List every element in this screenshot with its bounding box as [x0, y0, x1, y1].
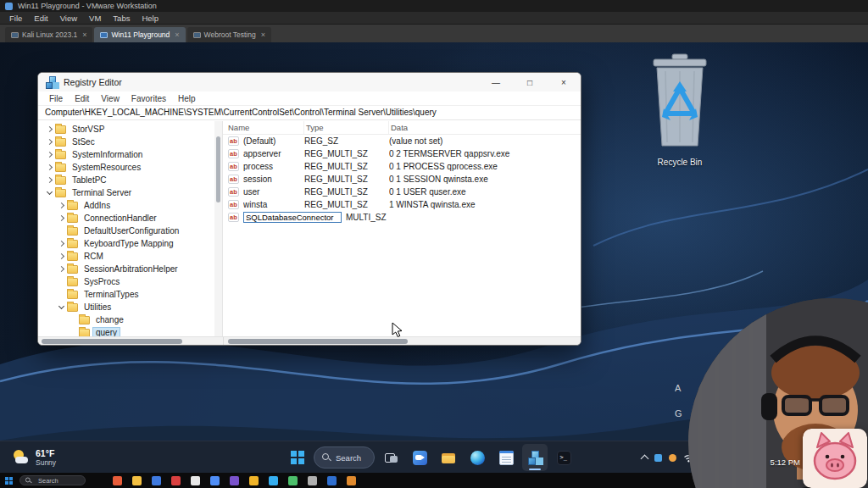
host-app-icon-12[interactable] [327, 476, 337, 485]
registry-value-row[interactable]: ab(Default)REG_SZ(value not set) [223, 135, 581, 147]
close-tab-icon[interactable]: × [175, 30, 179, 39]
list-hscroll-thumb[interactable] [228, 339, 408, 344]
scrollbar-thumb[interactable] [216, 136, 220, 202]
tree-item-sysprocs[interactable]: SysProcs [38, 275, 222, 288]
host-app-icon-8[interactable] [249, 476, 259, 485]
rename-value-input[interactable] [243, 212, 342, 223]
taskbar-notepad-button[interactable] [493, 444, 519, 471]
tray-app-icon-1[interactable] [654, 454, 662, 462]
tray-app-icon-2[interactable] [669, 454, 676, 462]
tree-item-change[interactable]: change [38, 313, 222, 326]
registry-value-row[interactable]: abuserREG_MULTI_SZ0 1 USER quser.exe [223, 186, 581, 198]
tree-item-systeminformation[interactable]: SystemInformation [38, 148, 222, 161]
scrollbar-divider [223, 337, 224, 346]
close-tab-icon[interactable]: × [261, 30, 265, 39]
horizontal-scrollbar[interactable] [38, 336, 581, 345]
recycle-bin-shortcut[interactable]: Recycle Bin [637, 51, 722, 167]
tree-item-sessionarbitrationhelper[interactable]: SessionArbitrationHelper [38, 263, 222, 275]
weather-widget[interactable]: 61°F Sunny [8, 445, 59, 470]
taskbar-task-view-button[interactable] [378, 444, 403, 471]
host-app-icon-9[interactable] [269, 476, 278, 485]
registry-value-row-editing[interactable]: abMULTI_SZ [223, 211, 581, 224]
close-button[interactable]: × [547, 73, 581, 92]
vm-tab-win11-playground[interactable]: Win11 Playground× [94, 27, 185, 42]
tree-item-keyboardtype-mapping[interactable]: KeyboardType Mapping [38, 237, 222, 250]
column-header-type[interactable]: Type [304, 121, 389, 134]
tree-item-tabletpc[interactable]: TabletPC [38, 174, 222, 186]
tree-item-defaultuserconfiguration[interactable]: DefaultUserConfiguration [38, 225, 222, 237]
registry-value-row[interactable]: abappserverREG_MULTI_SZ0 2 TERMSERVER qa… [223, 147, 581, 160]
host-app-icon-2[interactable] [132, 476, 142, 485]
host-app-icon-11[interactable] [308, 476, 317, 485]
tree-hscroll-thumb[interactable] [42, 339, 182, 344]
column-header-name[interactable]: Name [228, 121, 304, 134]
host-start-icon[interactable] [5, 477, 13, 485]
chevron-right-icon[interactable] [45, 127, 53, 131]
vmware-menu-file[interactable]: File [3, 12, 28, 25]
host-app-icon-5[interactable] [191, 476, 200, 485]
host-app-icon-13[interactable] [347, 476, 356, 485]
vm-tab-kali-linux-2023-1[interactable]: Kali Linux 2023.1× [5, 27, 92, 42]
host-app-icon-6[interactable] [210, 476, 220, 485]
regedit-menu-favorites[interactable]: Favorites [125, 94, 172, 103]
registry-editor-titlebar[interactable]: Registry Editor — □ × [38, 73, 581, 92]
column-header-data[interactable]: Data [389, 121, 581, 134]
chevron-right-icon[interactable] [45, 165, 53, 169]
host-search[interactable]: Search [19, 475, 86, 485]
tree-item-query[interactable]: query [38, 326, 222, 336]
chevron-right-icon[interactable] [57, 241, 65, 246]
hidden-icons-chevron-icon[interactable] [641, 455, 649, 463]
tree-item-utilities[interactable]: Utilities [38, 301, 222, 313]
regedit-menu-help[interactable]: Help [172, 94, 202, 103]
tree-item-storvsp[interactable]: StorVSP [38, 123, 222, 136]
taskbar-terminal-button[interactable] [551, 444, 576, 471]
tree-item-stsec[interactable]: StSec [38, 136, 222, 148]
tree-item-systemresources[interactable]: SystemResources [38, 161, 222, 174]
vmware-menu-tabs[interactable]: Tabs [107, 12, 136, 25]
host-app-icon-1[interactable] [113, 476, 122, 485]
close-tab-icon[interactable]: × [82, 30, 86, 39]
tree-item-addins[interactable]: AddIns [38, 199, 222, 212]
host-app-icon-10[interactable] [288, 476, 298, 485]
vmware-menu-view[interactable]: View [54, 12, 83, 25]
regedit-menu-file[interactable]: File [43, 94, 69, 103]
chevron-right-icon[interactable] [57, 254, 65, 258]
host-app-icon-4[interactable] [171, 476, 181, 485]
maximize-button[interactable]: □ [513, 73, 547, 92]
registry-editor-body: StorVSPStSecSystemInformationSystemResou… [38, 121, 581, 336]
vmware-menu-help[interactable]: Help [136, 12, 164, 25]
chevron-right-icon[interactable] [45, 152, 53, 157]
vmware-menu-edit[interactable]: Edit [28, 12, 53, 25]
taskbar-search[interactable]: Search [314, 446, 375, 469]
chevron-right-icon[interactable] [57, 203, 65, 208]
chevron-down-icon[interactable] [45, 191, 53, 194]
vmware-titlebar[interactable]: Win11 Playground - VMware Workstation [0, 0, 868, 12]
vmware-menu-vm[interactable]: VM [83, 12, 107, 25]
registry-value-row[interactable]: abprocessREG_MULTI_SZ0 1 PROCESS qproces… [223, 160, 581, 173]
chevron-right-icon[interactable] [57, 216, 65, 220]
host-app-icon-7[interactable] [230, 476, 239, 485]
regedit-menu-edit[interactable]: Edit [69, 94, 95, 103]
host-app-icon-3[interactable] [152, 476, 161, 485]
chevron-down-icon[interactable] [57, 306, 65, 308]
tree-item-terminal-server[interactable]: Terminal Server [38, 186, 222, 199]
registry-value-row[interactable]: absessionREG_MULTI_SZ0 1 SESSION qwinsta… [223, 173, 581, 186]
taskbar-registry-editor-button[interactable] [522, 444, 548, 471]
chevron-right-icon[interactable] [57, 267, 65, 271]
start-button[interactable] [285, 444, 310, 471]
taskbar-chat-button[interactable] [407, 444, 432, 471]
tree-item-connectionhandler[interactable]: ConnectionHandler [38, 212, 222, 225]
minimize-button[interactable]: — [479, 73, 513, 92]
registry-address-bar[interactable]: Computer\HKEY_LOCAL_MACHINE\SYSTEM\Curre… [38, 106, 581, 120]
tree-item-rcm[interactable]: RCM [38, 250, 222, 263]
regedit-menu-view[interactable]: View [95, 94, 125, 103]
taskbar-file-explorer-button[interactable] [436, 444, 461, 471]
chevron-right-icon[interactable] [45, 140, 53, 144]
tree-vertical-scrollbar[interactable] [214, 121, 222, 336]
tree-item-terminaltypes[interactable]: TerminalTypes [38, 288, 222, 301]
registry-value-row[interactable]: abwinstaREG_MULTI_SZ1 WINSTA qwinsta.exe [223, 198, 581, 211]
taskbar-clock[interactable]: 5:12 PM [761, 458, 800, 467]
chevron-right-icon[interactable] [45, 178, 53, 182]
vm-tab-webroot-testing[interactable]: Webroot Testing× [187, 27, 271, 42]
taskbar-edge-button[interactable] [465, 444, 490, 471]
